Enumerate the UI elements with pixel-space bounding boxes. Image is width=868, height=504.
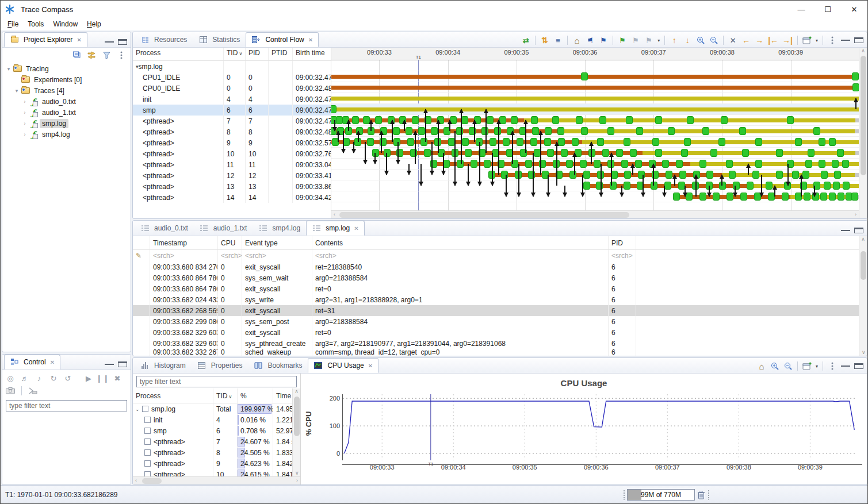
running-state-marker[interactable] [838,193,844,201]
running-state-marker[interactable] [525,160,532,168]
table-row[interactable]: <pthread>121209:00:33.4134 [133,170,331,181]
gantt-row[interactable] [331,82,859,93]
column-header-cpu[interactable]: CPU [218,236,242,249]
running-state-marker[interactable] [687,116,694,124]
running-state-marker[interactable] [655,116,662,124]
tree-item-smp4-log[interactable]: ›ƒsmp4.log [2,129,131,140]
table-row[interactable]: <pthread>101009:00:32.7662 [133,148,331,159]
cpu-table-row[interactable]: init40.016 %1.221 r [133,414,292,425]
event-row[interactable]: 09:00:33.682 268 5690exit_syscallret=316 [133,305,859,316]
running-state-marker[interactable] [465,149,472,157]
column-header-tid[interactable]: TID ∨ [213,388,238,403]
running-state-marker[interactable] [819,160,825,168]
running-state-marker[interactable] [666,171,672,179]
minimize-view-icon[interactable] [841,228,850,231]
state-segment-gray[interactable] [855,129,859,133]
cpu-table-row[interactable]: smp60.708 %52.978 [133,425,292,436]
column-header-process[interactable]: Process [133,48,224,60]
running-state-marker[interactable] [484,160,491,168]
running-state-marker[interactable] [412,116,419,124]
running-state-marker[interactable] [503,138,510,146]
pause-icon[interactable]: ❙❙ [98,374,108,383]
menu-tools[interactable]: Tools [23,19,48,29]
scroll-left-icon[interactable]: ‹ [135,478,137,483]
running-state-marker[interactable] [706,171,713,179]
tree-item-audio_1-txt[interactable]: ›ƒaudio_1.txt [2,107,131,118]
horizontal-scrollbar[interactable]: ‹ › [331,210,859,218]
search-hint[interactable]: <srch> [242,250,312,261]
expander-icon[interactable]: ▾ [5,66,13,72]
row-checkbox[interactable] [144,460,151,467]
running-state-marker[interactable] [802,171,809,179]
running-state-marker[interactable] [702,127,709,135]
import-session-icon[interactable]: ↺ [63,374,72,383]
state-segment-olive[interactable] [331,107,859,111]
control-filter-input[interactable]: type filter text [6,400,127,411]
gantt-row[interactable] [331,71,859,82]
stop-icon[interactable]: ✖ [113,374,122,383]
event-row[interactable]: 09:00:33.680 834 2700exit_syscallret=218… [133,261,859,272]
running-state-marker[interactable] [733,182,740,190]
state-segment-orange[interactable] [490,173,721,177]
running-state-marker[interactable] [557,127,564,135]
running-state-marker[interactable] [528,171,535,179]
state-segment-orange[interactable] [331,86,859,90]
record-session-icon[interactable]: ♪ [35,374,44,383]
running-state-marker[interactable] [776,171,783,179]
gantt-row[interactable] [331,180,859,191]
gantt-row[interactable] [331,159,859,170]
running-state-marker[interactable] [572,138,579,146]
running-state-marker[interactable] [638,171,645,179]
running-state-marker[interactable] [681,149,688,157]
tree-item-traces-4-[interactable]: ▾Traces [4] [2,85,131,96]
running-state-marker[interactable] [808,149,815,157]
row-checkbox[interactable] [144,471,151,476]
running-state-marker[interactable] [581,127,588,135]
snapshot-icon[interactable] [6,386,15,395]
running-state-marker[interactable] [487,116,494,124]
cpu-table-row[interactable]: <pthread>924.623 %1.842 s [133,458,292,469]
save-trace-icon[interactable] [28,386,37,395]
running-state-marker[interactable] [852,72,859,80]
maximize-button[interactable]: ☐ [815,1,841,18]
table-row[interactable]: <pthread>7709:00:32.4788 [133,116,331,126]
running-state-marker[interactable] [630,149,637,157]
running-state-marker[interactable] [676,160,683,168]
align-views-icon[interactable]: ⇅ [540,36,549,45]
running-state-marker[interactable] [782,193,789,201]
running-state-marker[interactable] [331,105,337,113]
search-hint[interactable]: <srch> [218,250,242,261]
previous-bookmark-icon[interactable]: ⚑ [631,36,640,45]
running-state-marker[interactable] [511,116,518,124]
running-state-marker[interactable] [544,138,551,146]
cpu-usage-chart[interactable]: CPU Usage % CPU 010020009:00:3309:00:340… [301,374,867,484]
expander-icon[interactable]: ▾ [136,64,139,70]
next-event-icon[interactable]: → [755,36,764,45]
hide-arrows-icon[interactable]: ✕ [728,36,737,45]
column-header-birth-time[interactable]: Birth time [293,48,331,60]
running-state-marker[interactable] [607,127,614,135]
running-state-marker[interactable] [668,127,675,135]
running-state-marker[interactable] [580,160,587,168]
running-state-marker[interactable] [699,160,706,168]
running-state-marker[interactable] [561,149,568,157]
running-state-marker[interactable] [393,127,400,135]
running-state-marker[interactable] [599,116,606,124]
running-state-marker[interactable] [596,182,603,190]
running-state-marker[interactable] [832,160,839,168]
running-state-marker[interactable] [652,138,659,146]
event-row[interactable]: 09:00:33.680 864 7860sys_sem_waitarg0=21… [133,272,859,283]
close-tab-icon[interactable]: ✕ [308,37,313,43]
running-state-marker[interactable] [678,182,685,190]
running-state-marker[interactable] [576,116,583,124]
minimize-view-icon[interactable] [841,38,850,41]
horizontal-scrollbar[interactable]: ‹ › [133,476,300,484]
running-state-marker[interactable] [471,160,477,168]
vertical-scrollbar[interactable]: ∧∨ [292,388,300,476]
running-state-marker[interactable] [742,149,749,157]
cpu-filter-input[interactable]: type filter text [136,376,297,387]
column-header-ptid[interactable]: PTID [269,48,293,60]
minimize-view-icon[interactable] [841,364,850,367]
collapse-all-icon[interactable] [72,51,81,60]
show-legend-icon[interactable]: ≡ [553,36,563,45]
